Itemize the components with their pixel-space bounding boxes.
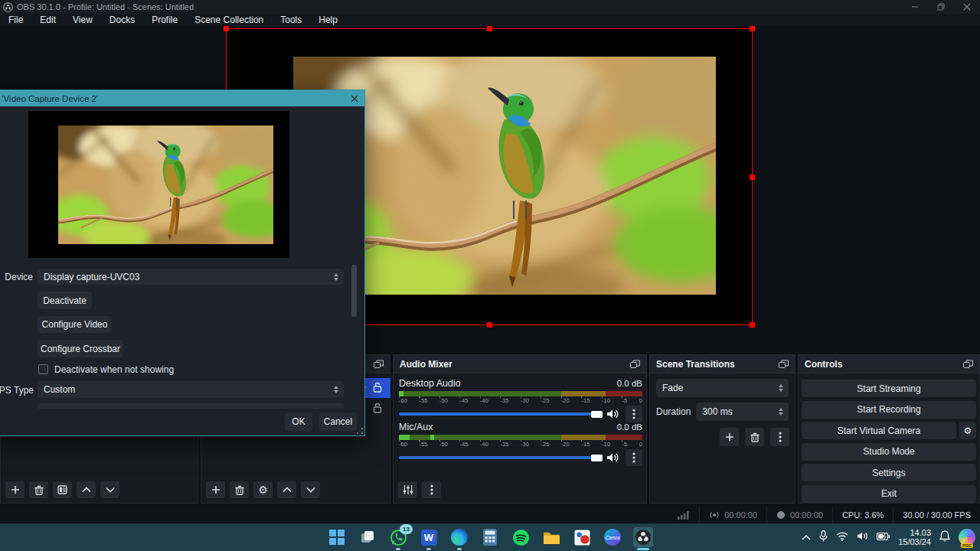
advanced-audio-button[interactable]	[398, 481, 417, 498]
menu-profile[interactable]: Profile	[143, 15, 186, 25]
source-lock-icon[interactable]	[373, 403, 382, 416]
spinner-arrows-icon[interactable]	[779, 403, 783, 421]
sources-toolbar: ⚙	[206, 481, 320, 498]
speaker-icon[interactable]	[606, 409, 619, 419]
studio-mode-button[interactable]: Studio Mode	[802, 443, 976, 461]
mixer-menu-button[interactable]	[422, 481, 441, 498]
source-lock-icon[interactable]	[373, 382, 382, 395]
obs-taskbar-icon[interactable]	[633, 527, 653, 547]
duration-value: 300 ms	[702, 406, 732, 417]
spinner-arrows-icon[interactable]	[779, 379, 783, 397]
task-view-button[interactable]	[358, 527, 377, 547]
transition-select[interactable]: Fade	[656, 379, 789, 397]
scenes-toolbar	[5, 481, 119, 498]
transform-handle-top-left[interactable]	[224, 26, 229, 31]
calculator-icon[interactable]	[480, 527, 500, 547]
start-button[interactable]	[327, 527, 347, 547]
dialog-titlebar[interactable]: or 'Video Capture Device 2'	[0, 90, 364, 106]
start-streaming-button[interactable]: Start Streaming	[802, 380, 976, 397]
volume-icon[interactable]	[857, 531, 868, 543]
audio-mixer-title: Audio Mixer	[400, 359, 452, 370]
copilot-icon[interactable]: PRE	[959, 529, 975, 546]
restore-button[interactable]	[928, 0, 954, 14]
transform-handle-right[interactable]	[750, 174, 755, 180]
scene-down-button[interactable]	[100, 481, 119, 498]
transition-value: Fade	[662, 383, 683, 393]
volume-slider[interactable]	[399, 412, 592, 416]
broadcast-icon	[709, 510, 720, 520]
taskbar-clock[interactable]: 14.03 15/03/24	[898, 528, 931, 546]
remove-source-button[interactable]	[230, 481, 249, 498]
menu-scene-collection[interactable]: Scene Collection	[186, 15, 272, 25]
popout-icon[interactable]	[779, 360, 789, 368]
fps-type-select[interactable]: Custom	[38, 381, 344, 398]
notifications-bell-icon[interactable]	[939, 530, 950, 544]
add-transition-button[interactable]	[720, 428, 739, 446]
deactivate-button[interactable]: Deactivate	[38, 292, 92, 309]
menu-file[interactable]: File	[0, 15, 31, 25]
menu-help[interactable]: Help	[310, 15, 346, 25]
volume-slider-handle[interactable]	[591, 411, 603, 418]
menu-tools[interactable]: Tools	[272, 15, 310, 25]
cancel-button[interactable]: Cancel	[319, 412, 357, 431]
spinner-arrows-icon[interactable]	[334, 381, 338, 398]
deactivate-when-not-showing-checkbox[interactable]	[38, 364, 48, 374]
menu-docks[interactable]: Docks	[101, 15, 143, 25]
minimize-button[interactable]	[902, 0, 928, 14]
add-source-button[interactable]	[206, 481, 225, 498]
scene-up-button[interactable]	[77, 481, 96, 498]
tray-expand-icon[interactable]	[802, 532, 811, 543]
transform-handle-top-right[interactable]	[750, 26, 755, 31]
cpu-usage: CPU: 3.6%	[833, 510, 893, 520]
speaker-icon[interactable]	[606, 452, 619, 463]
remove-transition-button[interactable]	[745, 428, 764, 446]
close-button[interactable]	[954, 0, 980, 14]
menu-edit[interactable]: Edit	[31, 15, 64, 25]
spotify-icon[interactable]	[511, 527, 531, 547]
add-scene-button[interactable]	[5, 481, 24, 498]
exit-button[interactable]: Exit	[802, 485, 976, 503]
start-virtual-camera-button[interactable]: Start Virtual Camera	[802, 422, 956, 439]
scene-filters-button[interactable]	[53, 481, 72, 498]
dialog-resize-grip[interactable]	[357, 428, 363, 434]
popout-icon[interactable]	[374, 360, 384, 368]
volume-slider[interactable]	[399, 456, 592, 459]
battery-icon[interactable]	[877, 532, 890, 543]
source-up-button[interactable]	[277, 481, 296, 498]
file-explorer-icon[interactable]	[541, 527, 561, 547]
duration-spinbox[interactable]: 300 ms	[696, 403, 789, 421]
start-recording-button[interactable]: Start Recording	[802, 401, 976, 419]
popout-icon[interactable]	[963, 360, 973, 368]
dialog-close-icon[interactable]	[351, 95, 358, 103]
mixer-toolbar	[398, 481, 441, 498]
channel-menu-button[interactable]	[626, 406, 642, 422]
configure-video-button[interactable]: Configure Video	[38, 316, 112, 333]
device-select[interactable]: Display capture-UVC03	[38, 269, 344, 285]
menu-view[interactable]: View	[64, 15, 101, 25]
dialog-scrollbar[interactable]	[351, 265, 357, 317]
channel-menu-button[interactable]	[626, 449, 642, 466]
edge-icon[interactable]	[449, 527, 469, 547]
canva-icon[interactable]: Canva	[603, 527, 622, 547]
transition-menu-button[interactable]	[770, 428, 789, 446]
photos-app-icon[interactable]	[572, 527, 592, 547]
whatsapp-icon[interactable]: 13	[388, 527, 408, 547]
remove-scene-button[interactable]	[29, 481, 48, 498]
popout-icon[interactable]	[630, 360, 640, 368]
transform-handle-bottom-center[interactable]	[487, 322, 492, 328]
volume-slider-handle[interactable]	[591, 455, 603, 461]
transform-handle-bottom-right[interactable]	[750, 322, 755, 328]
configure-crossbar-button[interactable]: Configure Crossbar	[38, 340, 123, 357]
wifi-icon[interactable]	[836, 532, 848, 543]
source-properties-button[interactable]: ⚙	[253, 481, 273, 498]
transform-handle-top-center[interactable]	[487, 26, 492, 31]
microphone-icon[interactable]	[819, 530, 828, 544]
word-icon[interactable]: W	[419, 527, 439, 547]
clock-date: 15/03/24	[898, 537, 931, 546]
spinner-arrows-icon[interactable]	[334, 269, 338, 285]
virtual-camera-settings-icon[interactable]: ⚙	[959, 422, 976, 439]
ok-button[interactable]: OK	[285, 412, 312, 431]
settings-button[interactable]: Settings	[802, 464, 976, 481]
controls-panel: Controls Start Streaming Start Recording…	[798, 354, 980, 504]
source-down-button[interactable]	[301, 481, 320, 498]
